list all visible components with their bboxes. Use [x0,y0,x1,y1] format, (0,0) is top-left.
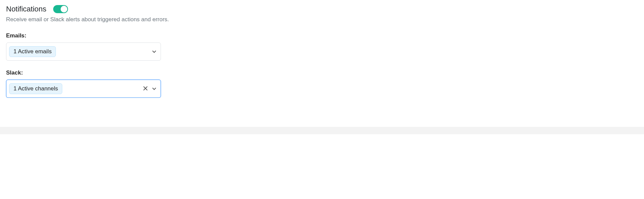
section-title: Notifications [6,5,46,13]
emails-active-tag: 1 Active emails [9,46,56,57]
slack-field: Slack: 1 Active channels [6,69,638,98]
notifications-toggle[interactable] [53,5,68,13]
chevron-down-icon[interactable] [152,86,157,91]
clear-icon[interactable] [142,84,149,93]
slack-label: Slack: [6,69,638,76]
notifications-section: Notifications Receive email or Slack ale… [0,0,644,98]
toggle-knob [61,6,67,12]
chevron-down-icon[interactable] [152,49,157,54]
section-description: Receive email or Slack alerts about trig… [6,16,638,23]
emails-label: Emails: [6,32,638,39]
slack-select[interactable]: 1 Active channels [6,80,161,98]
slack-active-tag: 1 Active channels [9,83,62,94]
emails-field: Emails: 1 Active emails [6,32,638,61]
emails-select[interactable]: 1 Active emails [6,42,161,61]
